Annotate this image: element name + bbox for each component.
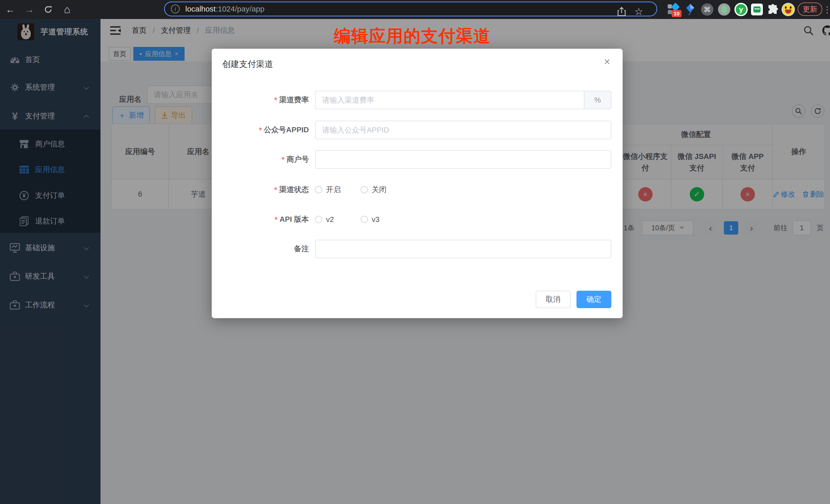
annotation-title: 编辑应用的支付渠道 xyxy=(334,25,490,48)
required-asterisk: * xyxy=(282,155,285,164)
label-text: 商户号 xyxy=(287,154,309,165)
home-icon[interactable]: ⌂ xyxy=(60,0,74,19)
url-bar[interactable]: i localhost:1024/pay/app ☆ xyxy=(164,2,657,17)
extension-badge: 10 xyxy=(672,10,681,17)
radio-api-v3[interactable] xyxy=(361,216,368,223)
required-asterisk: * xyxy=(275,215,277,224)
label-text: 渠道状态 xyxy=(279,185,309,195)
extension-tabs-icon[interactable]: 10 xyxy=(667,3,680,17)
radio-api-v2[interactable] xyxy=(315,216,322,223)
extensions-puzzle-icon[interactable] xyxy=(766,3,780,17)
channel-rate-input[interactable] xyxy=(315,91,584,109)
reload-icon[interactable] xyxy=(41,0,55,19)
url-path: :1024/pay/app xyxy=(216,5,264,13)
required-asterisk: * xyxy=(274,96,277,104)
radio-label[interactable]: 开启 xyxy=(326,185,341,195)
label-text: API 版本 xyxy=(280,214,309,225)
radio-label[interactable]: 关闭 xyxy=(372,185,387,195)
radio-label[interactable]: v3 xyxy=(372,215,380,224)
dialog-close-icon[interactable]: × xyxy=(604,56,610,67)
confirm-label: 确定 xyxy=(586,294,601,305)
label-text: 公众号APPID xyxy=(264,125,309,135)
extension-record-icon[interactable] xyxy=(717,3,731,17)
radio-status-off[interactable] xyxy=(361,186,368,193)
create-channel-dialog: 创建支付渠道 × * 渠道费率 % * 公众号APPID * 商户号 * 渠道状… xyxy=(212,49,622,318)
url-host: localhost xyxy=(185,5,216,13)
form-row-channel-rate: * 渠道费率 % xyxy=(212,91,622,109)
cancel-label: 取消 xyxy=(546,294,561,305)
appid-input[interactable] xyxy=(315,121,611,139)
field-label: * 渠道费率 xyxy=(212,91,309,109)
extension-chat-icon[interactable] xyxy=(750,3,764,17)
dialog-title: 创建支付渠道 xyxy=(222,58,273,70)
radio-status-on[interactable] xyxy=(315,186,322,193)
required-asterisk: * xyxy=(259,126,262,134)
form-row-api-version: * API 版本 v2 v3 xyxy=(212,210,622,229)
browser-toolbar: ← → ⌂ i localhost:1024/pay/app ☆ 10 ⌘ y xyxy=(0,0,830,19)
radio-label[interactable]: v2 xyxy=(326,215,334,224)
browser-update-button[interactable]: 更新 xyxy=(798,3,822,16)
forward-icon[interactable]: → xyxy=(22,0,36,19)
field-label: * 渠道状态 xyxy=(212,181,309,199)
field-label: * 公众号APPID xyxy=(212,121,309,139)
extension-kite-icon[interactable] xyxy=(683,3,697,17)
field-label: 备注 xyxy=(212,240,309,258)
extension-y-icon[interactable]: y xyxy=(734,3,748,17)
remark-input[interactable] xyxy=(315,240,611,258)
confirm-button[interactable]: 确定 xyxy=(576,291,611,308)
label-text: 渠道费率 xyxy=(279,95,309,105)
site-info-icon[interactable]: i xyxy=(171,5,180,13)
label-text: 备注 xyxy=(294,244,309,254)
merchant-no-input[interactable] xyxy=(315,150,611,169)
required-asterisk: * xyxy=(274,186,277,194)
field-label: * 商户号 xyxy=(212,150,309,169)
update-label: 更新 xyxy=(803,4,817,14)
bookmark-star-icon[interactable]: ☆ xyxy=(634,5,643,18)
form-row-appid: * 公众号APPID xyxy=(212,121,622,139)
cancel-button[interactable]: 取消 xyxy=(536,291,571,308)
extension-command-icon[interactable]: ⌘ xyxy=(700,3,714,17)
form-row-merchant-no: * 商户号 xyxy=(212,150,622,169)
percent-suffix: % xyxy=(584,91,611,109)
browser-menu-icon[interactable]: ⋮ xyxy=(823,0,830,19)
back-icon[interactable]: ← xyxy=(3,0,18,19)
form-row-channel-status: * 渠道状态 开启 关闭 xyxy=(212,181,622,199)
field-label: * API 版本 xyxy=(212,210,309,229)
form-row-remark: 备注 xyxy=(212,240,622,258)
share-icon[interactable] xyxy=(617,5,626,18)
browser-profile-avatar[interactable] xyxy=(781,3,795,17)
